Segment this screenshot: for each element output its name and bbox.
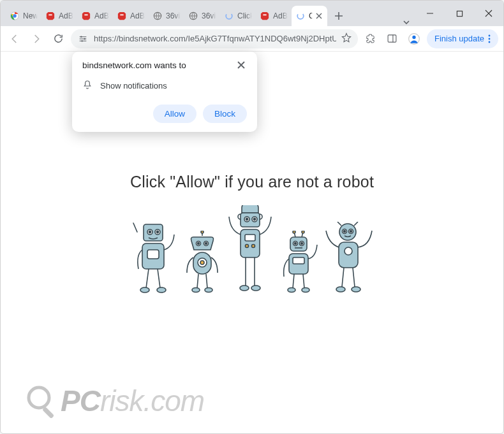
- close-tab-icon[interactable]: [316, 12, 323, 20]
- browser-tab-strip: New Tab AdBlock AdBlock AdBlock 36vibes …: [1, 1, 503, 26]
- svg-point-74: [345, 247, 352, 255]
- svg-point-45: [246, 218, 248, 220]
- svg-point-51: [240, 286, 249, 291]
- watermark-text: PCrisk.com: [61, 384, 204, 418]
- svg-rect-26: [147, 250, 159, 259]
- adblock-icon: [81, 11, 91, 21]
- tab-label: Click: [309, 11, 313, 20]
- minimize-button[interactable]: [415, 3, 445, 24]
- forward-button[interactable]: [27, 30, 45, 48]
- side-panel-button[interactable]: [383, 30, 401, 48]
- allow-button[interactable]: Allow: [153, 105, 196, 123]
- tab-adblock-2[interactable]: AdBlock: [77, 6, 113, 26]
- svg-point-50: [252, 245, 255, 248]
- tab-click-1[interactable]: Click A: [220, 6, 256, 26]
- svg-point-70: [350, 231, 352, 233]
- tab-36vibes-2[interactable]: 36vibes: [184, 6, 220, 26]
- adblock-icon: [117, 11, 127, 21]
- profile-button[interactable]: [405, 30, 423, 48]
- tab-adblock-1[interactable]: AdBlock: [41, 6, 77, 26]
- svg-point-60: [295, 243, 297, 245]
- tab-new-tab[interactable]: New Tab: [6, 6, 41, 26]
- reload-button[interactable]: [49, 30, 67, 48]
- svg-line-71: [337, 222, 341, 226]
- svg-point-11: [80, 36, 82, 37]
- svg-point-27: [140, 287, 149, 293]
- tab-36vibes-1[interactable]: 36vibes: [149, 6, 184, 26]
- svg-point-56: [302, 231, 304, 233]
- svg-point-61: [301, 243, 303, 245]
- robot-illustration-5: [325, 222, 373, 294]
- robots-illustration: [1, 205, 503, 294]
- svg-line-72: [354, 222, 358, 226]
- tab-label: 36vibes: [202, 11, 216, 20]
- svg-point-24: [156, 231, 158, 233]
- robot-illustration-1: [131, 219, 177, 294]
- svg-point-28: [157, 287, 166, 293]
- svg-point-19: [489, 41, 491, 43]
- svg-marker-8: [261, 12, 269, 20]
- spinner-icon: [295, 11, 306, 21]
- browser-toolbar: https://bindsnetwork.com/Ie5AjkG7TfqnwAT…: [1, 26, 503, 52]
- svg-rect-48: [245, 235, 255, 241]
- bell-icon: [82, 80, 93, 92]
- svg-point-77: [29, 387, 49, 408]
- svg-point-33: [198, 243, 200, 245]
- svg-point-17: [489, 34, 491, 36]
- window-controls: [415, 1, 503, 26]
- permission-request-text: Show notifications: [100, 81, 167, 90]
- svg-point-9: [297, 13, 304, 19]
- tab-label: AdBlock: [94, 11, 109, 20]
- tab-adblock-4[interactable]: AdBlock: [256, 6, 292, 26]
- tab-label: AdBlock: [59, 11, 73, 20]
- svg-point-7: [226, 13, 232, 19]
- svg-rect-63: [293, 257, 304, 264]
- svg-rect-47: [241, 229, 260, 257]
- bookmark-star-icon[interactable]: [341, 33, 352, 45]
- close-window-button[interactable]: [474, 3, 503, 24]
- svg-point-30: [201, 231, 204, 233]
- svg-rect-78: [42, 407, 54, 418]
- close-icon[interactable]: [237, 61, 247, 71]
- address-bar[interactable]: https://bindsnetwork.com/Ie5AjkG7TfqnwAT…: [71, 29, 358, 48]
- chrome-icon: [10, 11, 20, 21]
- svg-point-55: [293, 231, 295, 233]
- svg-point-52: [251, 286, 260, 291]
- site-settings-icon[interactable]: [77, 33, 89, 45]
- back-button[interactable]: [6, 30, 24, 48]
- svg-point-75: [336, 287, 345, 292]
- tab-search-chevron[interactable]: [397, 18, 415, 26]
- tab-label: AdBlock: [130, 11, 145, 20]
- watermark: PCrisk.com: [25, 384, 204, 418]
- new-tab-button[interactable]: [330, 7, 348, 25]
- tab-click-active[interactable]: Click: [292, 6, 327, 26]
- tab-label: AdBlock: [273, 11, 288, 20]
- svg-point-65: [302, 288, 309, 293]
- url-text: https://bindsnetwork.com/Ie5AjkG7TfqnwAT…: [94, 34, 336, 43]
- extensions-button[interactable]: [362, 30, 380, 48]
- svg-point-39: [205, 288, 212, 293]
- svg-marker-2: [47, 12, 54, 20]
- svg-point-16: [412, 35, 415, 38]
- headline-text: Click "Allow" if you are not a robot: [1, 173, 503, 191]
- svg-point-12: [84, 38, 85, 39]
- permission-site-text: bindsnetwork.com wants to: [82, 61, 186, 70]
- svg-rect-10: [457, 11, 462, 16]
- svg-point-18: [489, 38, 491, 40]
- maximize-button[interactable]: [445, 3, 474, 24]
- more-dots-icon: [488, 34, 491, 43]
- globe-icon: [188, 11, 198, 21]
- globe-icon: [152, 11, 163, 21]
- finish-update-label: Finish update: [434, 34, 484, 43]
- notification-permission-prompt: bindsnetwork.com wants to Show notificat…: [72, 52, 257, 132]
- finish-update-button[interactable]: Finish update: [427, 29, 498, 48]
- svg-marker-4: [118, 12, 126, 20]
- tab-adblock-3[interactable]: AdBlock: [113, 6, 149, 26]
- spinner-icon: [224, 11, 234, 21]
- tab-label: 36vibes: [166, 11, 181, 20]
- block-button[interactable]: Block: [203, 105, 247, 123]
- svg-point-38: [192, 288, 200, 293]
- svg-point-64: [288, 288, 295, 293]
- robot-illustration-3: [228, 205, 272, 294]
- svg-point-69: [344, 231, 346, 233]
